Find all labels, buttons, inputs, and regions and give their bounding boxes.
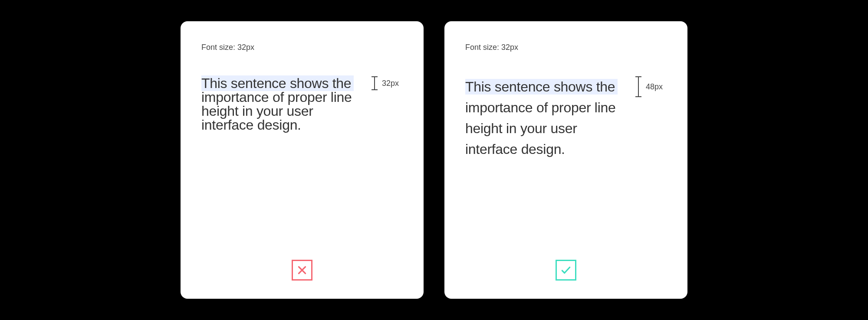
sample-area: This sentence shows the importance of pr… <box>201 76 403 132</box>
cross-icon <box>292 260 312 281</box>
font-size-caption: Font size: 32px <box>465 43 667 52</box>
sample-text-loose: This sentence shows the importance of pr… <box>465 76 630 160</box>
example-card-bad: Font size: 32px This sentence shows the … <box>181 21 424 299</box>
font-size-caption: Font size: 32px <box>201 43 403 52</box>
measure-label: 32px <box>382 79 399 88</box>
sample-text-rest: importance of proper line height in your… <box>201 89 352 133</box>
example-card-good: Font size: 32px This sentence shows the … <box>444 21 687 299</box>
measure-label: 48px <box>646 82 663 91</box>
highlighted-line: This sentence shows the <box>465 79 618 95</box>
line-height-measure: 48px <box>635 76 663 97</box>
measure-bracket-icon <box>372 76 378 90</box>
sample-area: This sentence shows the importance of pr… <box>465 76 667 160</box>
line-height-measure: 32px <box>372 76 399 90</box>
check-icon <box>556 260 576 281</box>
sample-text-rest: importance of proper line height in your… <box>465 100 615 157</box>
measure-bracket-icon <box>635 76 641 97</box>
highlighted-line: This sentence shows the <box>201 75 354 91</box>
sample-text-tight: This sentence shows the importance of pr… <box>201 76 366 132</box>
